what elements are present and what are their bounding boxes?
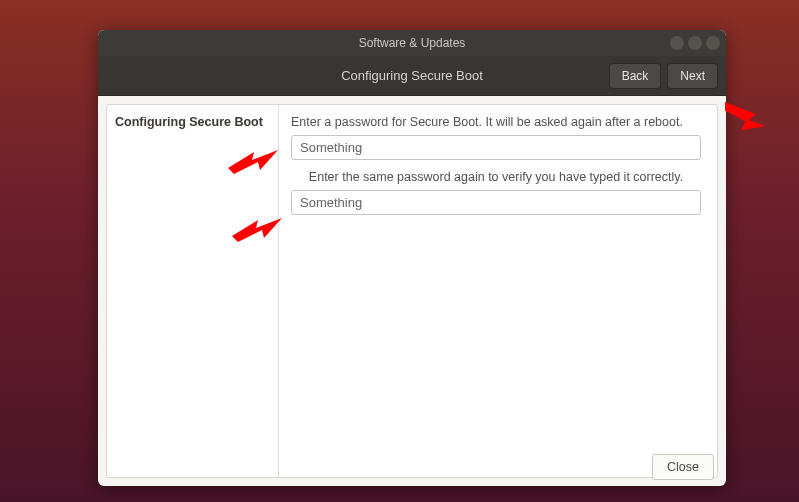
right-pane: Enter a password for Secure Boot. It wil… [279,105,717,477]
window-title: Software & Updates [359,36,466,50]
password-input-2[interactable] [291,190,701,215]
minimize-icon[interactable] [670,36,684,50]
next-button[interactable]: Next [667,63,718,89]
window-controls [670,30,720,56]
password-input-1[interactable] [291,135,701,160]
instruction-1: Enter a password for Secure Boot. It wil… [291,115,701,129]
back-button[interactable]: Back [609,63,662,89]
nav-heading: Configuring Secure Boot [341,68,483,83]
svg-marker-0 [725,94,765,130]
window-titlebar: Software & Updates [98,30,726,56]
footer: Close [652,454,714,480]
left-pane: Configuring Secure Boot [107,105,279,477]
maximize-icon[interactable] [688,36,702,50]
window: Software & Updates Configuring Secure Bo… [98,30,726,486]
close-icon[interactable] [706,36,720,50]
nav-bar: Configuring Secure Boot Back Next [98,56,726,96]
side-title: Configuring Secure Boot [115,115,263,129]
content-pane: Configuring Secure Boot Enter a password… [106,104,718,478]
instruction-2: Enter the same password again to verify … [291,170,701,184]
close-button[interactable]: Close [652,454,714,480]
arrow-icon [725,94,771,130]
